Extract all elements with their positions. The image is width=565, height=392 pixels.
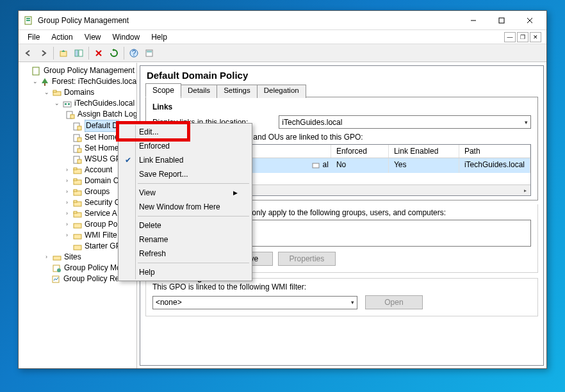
svg-rect-24	[70, 115, 74, 118]
th-enforced[interactable]: Enforced	[331, 145, 389, 158]
properties-button[interactable]	[142, 46, 156, 60]
svg-rect-32	[78, 159, 81, 163]
menu-file[interactable]: File	[22, 31, 45, 43]
tree-ou-label: Account	[85, 165, 112, 176]
svg-rect-40	[74, 200, 77, 202]
tab-delegation[interactable]: Delegation	[257, 85, 306, 98]
menu-item-edit[interactable]: Edit...	[120, 125, 250, 139]
svg-rect-50	[313, 163, 319, 168]
tab-scope[interactable]: Scope	[145, 83, 181, 97]
tree-forest[interactable]: ⌄ Forest: iTechGuides.local	[31, 76, 136, 87]
svg-rect-22	[68, 103, 70, 105]
tree-ou-label: Service A	[85, 208, 117, 219]
menu-item-rename[interactable]: Rename	[120, 233, 250, 247]
menu-action[interactable]: Action	[46, 31, 78, 43]
menu-item-help[interactable]: Help	[120, 265, 250, 279]
menu-item-save-report[interactable]: Save Report...	[120, 167, 250, 181]
maximize-button[interactable]	[487, 12, 516, 29]
tree-gpo-label: Set Home	[85, 143, 119, 154]
gpo-link-icon	[72, 133, 83, 143]
tree-domains-label: Domains	[64, 87, 94, 98]
forest-icon	[40, 77, 50, 87]
menu-help[interactable]: Help	[146, 31, 172, 43]
svg-rect-44	[74, 234, 81, 239]
wmi-filter-combo[interactable]: <none> ▾	[152, 296, 357, 309]
menu-window[interactable]: Window	[108, 31, 145, 43]
menu-item-refresh[interactable]: Refresh	[120, 247, 250, 261]
container-icon	[72, 220, 83, 230]
svg-rect-34	[74, 168, 77, 170]
properties-button-sec[interactable]: Properties	[278, 252, 336, 266]
svg-rect-26	[78, 126, 81, 130]
container-icon	[72, 231, 83, 241]
back-button[interactable]	[21, 46, 35, 60]
tree-gpo-label: Default D	[85, 120, 119, 132]
menu-item-view[interactable]: View▶	[120, 186, 250, 200]
close-button[interactable]	[516, 12, 544, 29]
tree-root[interactable]: ▾ Group Policy Management	[21, 65, 136, 76]
detail-title: Default Domain Policy	[140, 66, 543, 81]
th-link-enabled[interactable]: Link Enabled	[389, 145, 459, 158]
links-desc: omains, and OUs are linked to this GPO:	[224, 133, 531, 142]
svg-rect-30	[78, 149, 81, 152]
gp-modeling-icon	[52, 263, 62, 274]
svg-rect-38	[74, 190, 77, 192]
content-area: ▾ Group Policy Management ⌄ Forest: iTec…	[19, 62, 546, 368]
tab-settings[interactable]: Settings	[217, 85, 258, 98]
help-button[interactable]: ?	[127, 46, 141, 60]
gp-results-icon	[51, 274, 61, 284]
menu-item-link-enabled[interactable]: ✔Link Enabled	[120, 153, 250, 167]
svg-rect-2	[26, 20, 30, 21]
ou-icon	[72, 198, 83, 208]
up-button[interactable]	[56, 46, 70, 60]
menu-item-label: Help	[139, 268, 155, 277]
ou-icon	[72, 165, 83, 176]
svg-rect-28	[78, 138, 81, 142]
tree-forest-label: Forest: iTechGuides.local	[52, 76, 137, 87]
chevron-down-icon: ▾	[351, 299, 354, 306]
menu-item-label: Edit...	[139, 127, 159, 136]
tree-ou-label: Groups	[85, 186, 110, 197]
tree-gpo-label: WSUS GP	[85, 154, 121, 165]
tab-details[interactable]: Details	[181, 85, 217, 98]
mdi-close-button[interactable]: ✕	[530, 32, 541, 42]
ou-icon	[72, 176, 83, 186]
open-button[interactable]: Open	[365, 295, 423, 309]
tree-container-label: Group Po	[85, 219, 117, 230]
mdi-minimize-button[interactable]: —	[504, 32, 516, 42]
tree-gpo-label: Set Home	[85, 132, 119, 143]
submenu-arrow-icon: ▶	[233, 190, 238, 196]
mdi-restore-button[interactable]: ❐	[517, 32, 528, 42]
menu-item-new-window-from-here[interactable]: New Window from Here	[120, 200, 250, 214]
forward-button[interactable]	[37, 46, 51, 60]
toolbar: ?	[19, 44, 546, 62]
menu-item-label: Delete	[139, 221, 161, 230]
menu-view[interactable]: View	[79, 31, 106, 43]
menu-item-delete[interactable]: Delete	[120, 218, 250, 233]
refresh-button[interactable]	[107, 46, 121, 60]
th-path[interactable]: Path	[459, 145, 530, 158]
gpo-link-icon	[72, 154, 83, 165]
tree-container-label: Starter GP	[85, 241, 121, 252]
tree-domains[interactable]: ⌄ Domains	[42, 87, 136, 98]
tree-gpo-item[interactable]: Assign Batch Logon Script	[62, 109, 136, 120]
show-hide-tree-button[interactable]	[72, 46, 86, 60]
delete-button[interactable]	[92, 46, 106, 60]
links-location-combo[interactable]: iTechGuides.local ▾	[279, 115, 531, 129]
links-combo-value: iTechGuides.local	[282, 118, 342, 127]
svg-rect-20	[63, 102, 71, 107]
tree-ou-label: Domain C	[85, 176, 119, 186]
scroll-right-icon[interactable]: ▸	[520, 185, 530, 195]
row-link-enabled: Yes	[389, 158, 459, 173]
tree-domain[interactable]: ⌄ iTechGuides.local	[52, 98, 136, 109]
minimize-button[interactable]	[459, 12, 487, 29]
tab-strip: Scope Details Settings Delegation	[140, 81, 543, 97]
list-item[interactable]: sers	[225, 222, 528, 234]
svg-rect-42	[74, 211, 77, 213]
domain-icon	[62, 99, 72, 109]
tree-domain-label: iTechGuides.local	[74, 98, 135, 109]
tree-container-label: WMI Filte	[85, 230, 117, 241]
menu-item-enforced[interactable]: Enforced	[120, 139, 250, 153]
menu-item-label: Link Enabled	[139, 156, 183, 165]
ou-icon	[72, 187, 83, 197]
